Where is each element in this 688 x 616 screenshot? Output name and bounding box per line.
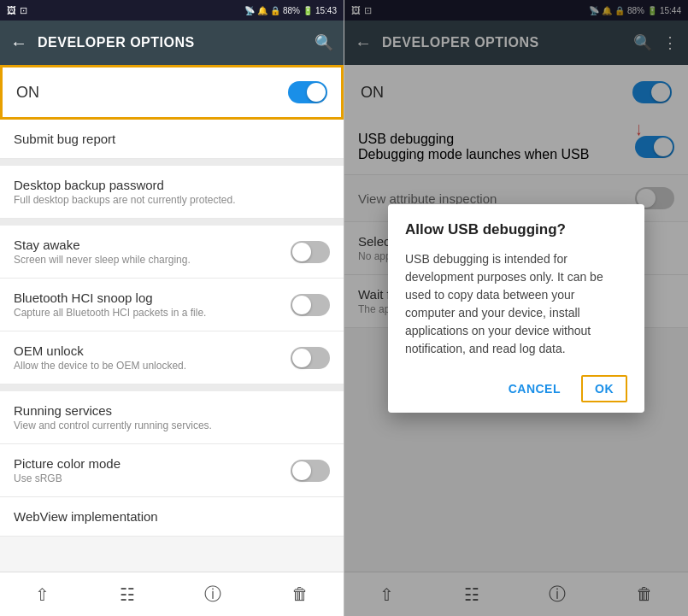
item-title: Picture color mode — [14, 456, 291, 471]
item-subtitle: View and control currently running servi… — [14, 419, 330, 431]
section-divider — [0, 384, 344, 391]
cast-icon: 📡 — [244, 6, 255, 15]
item-content: Picture color mode Use sRGB — [14, 456, 291, 484]
list-item[interactable]: OEM unlock Allow the device to be OEM un… — [0, 331, 344, 384]
item-subtitle: Screen will never sleep while charging. — [14, 254, 291, 266]
trash-icon[interactable]: 🗑 — [291, 584, 309, 604]
left-app-bar: ← DEVELOPER OPTIONS 🔍 — [0, 21, 344, 65]
left-search-icon[interactable]: 🔍 — [315, 33, 333, 52]
oem-toggle[interactable] — [291, 347, 330, 369]
left-status-icon2: ⊡ — [20, 5, 27, 16]
list-item[interactable]: Bluetooth HCI snoop log Capture all Blue… — [0, 279, 344, 331]
left-on-toggle[interactable] — [288, 81, 327, 103]
item-subtitle: Allow the device to be OEM unlocked. — [14, 360, 291, 372]
left-status-right: 📡 🔔 🔒 88% 🔋 15:43 — [244, 6, 337, 15]
list-item[interactable]: Running services View and control curren… — [0, 391, 344, 444]
list-item[interactable]: Desktop backup password Full desktop bac… — [0, 166, 344, 219]
right-panel: 🖼 ⊡ 📡 🔔 🔒 88% 🔋 15:44 ← DEVELOPER OPTION… — [344, 0, 688, 616]
vibrate-icon: 🔔 — [257, 6, 268, 15]
list-item[interactable]: Stay awake Screen will never sleep while… — [0, 226, 344, 279]
usb-debug-dialog: Allow USB debugging? USB debugging is in… — [388, 204, 644, 413]
left-on-row: ON — [0, 65, 344, 120]
item-title: WebView implementation — [14, 509, 330, 524]
left-settings-list: Submit bug report Desktop backup passwor… — [0, 120, 344, 572]
vpn-icon: 🔒 — [270, 6, 280, 15]
dialog-actions: CANCEL OK — [405, 375, 627, 402]
dialog-title: Allow USB debugging? — [405, 221, 627, 238]
left-bottom-nav: ⇧ ☷ ⓘ 🗑 — [0, 572, 344, 616]
item-subtitle: Full desktop backups are not currently p… — [14, 194, 330, 206]
info-icon[interactable]: ⓘ — [204, 583, 221, 606]
left-status-bar: 🖼 ⊡ 📡 🔔 🔒 88% 🔋 15:43 — [0, 0, 344, 21]
battery-text: 88% — [283, 6, 300, 15]
ok-button[interactable]: OK — [581, 375, 627, 402]
dialog-overlay: Allow USB debugging? USB debugging is in… — [344, 0, 688, 616]
item-title: Stay awake — [14, 238, 291, 252]
left-status-icons: 🖼 ⊡ — [7, 5, 27, 16]
color-mode-toggle[interactable] — [291, 460, 330, 482]
left-panel: 🖼 ⊡ 📡 🔔 🔒 88% 🔋 15:43 ← DEVELOPER OPTION… — [0, 0, 344, 616]
item-content: Submit bug report — [14, 132, 330, 146]
stay-awake-toggle[interactable] — [291, 241, 330, 263]
section-divider — [0, 159, 344, 166]
item-title: Desktop backup password — [14, 178, 330, 192]
bluetooth-toggle[interactable] — [291, 294, 330, 316]
left-on-label: ON — [16, 84, 39, 102]
item-content: Running services View and control curren… — [14, 403, 330, 431]
list-item[interactable]: WebView implementation — [0, 497, 344, 537]
item-content: Stay awake Screen will never sleep while… — [14, 238, 291, 266]
item-subtitle: Capture all Bluetooth HCI packets in a f… — [14, 307, 291, 319]
item-content: OEM unlock Allow the device to be OEM un… — [14, 343, 291, 372]
sliders-icon[interactable]: ☷ — [120, 584, 135, 605]
list-item[interactable]: Picture color mode Use sRGB — [0, 444, 344, 497]
item-content: Desktop backup password Full desktop bac… — [14, 178, 330, 206]
battery-icon: 🔋 — [303, 6, 313, 15]
time-left: 15:43 — [315, 6, 337, 15]
item-subtitle: Use sRGB — [14, 472, 291, 484]
item-content: Bluetooth HCI snoop log Capture all Blue… — [14, 290, 291, 319]
list-item[interactable]: Submit bug report — [0, 120, 344, 159]
share-icon[interactable]: ⇧ — [35, 584, 50, 605]
item-title: Submit bug report — [14, 132, 330, 146]
cancel-button[interactable]: CANCEL — [495, 375, 574, 402]
dialog-body: USB debugging is intended for developmen… — [405, 250, 627, 358]
left-status-icon1: 🖼 — [7, 5, 16, 15]
item-title: Running services — [14, 403, 330, 418]
section-divider — [0, 219, 344, 226]
item-title: OEM unlock — [14, 343, 291, 358]
left-back-button[interactable]: ← — [10, 33, 27, 53]
item-content: WebView implementation — [14, 509, 330, 524]
item-title: Bluetooth HCI snoop log — [14, 290, 291, 305]
left-app-title: DEVELOPER OPTIONS — [38, 35, 304, 50]
